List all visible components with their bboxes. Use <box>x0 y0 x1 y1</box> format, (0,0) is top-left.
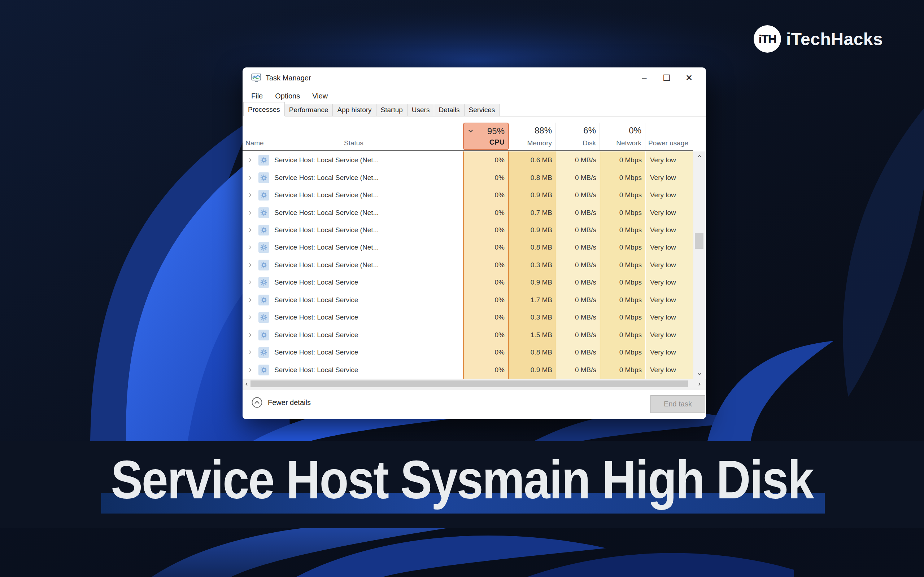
end-task-button[interactable]: End task <box>650 395 705 413</box>
column-header-name[interactable]: Name <box>242 122 341 150</box>
power-usage-cell: Very low <box>645 221 693 239</box>
network-cell: 0 Mbps <box>600 169 645 186</box>
table-row[interactable]: Service Host: Local Service (Net... 0% 0… <box>242 239 693 256</box>
expand-chevron-icon[interactable] <box>247 349 254 356</box>
status-cell <box>341 256 463 274</box>
scroll-up-icon[interactable] <box>693 152 705 160</box>
close-button[interactable]: ✕ <box>678 70 700 86</box>
table-row[interactable]: Service Host: Local Service 0% 0.9 MB 0 … <box>242 361 693 378</box>
task-manager-icon <box>251 73 261 82</box>
menu-file[interactable]: File <box>250 91 264 101</box>
status-cell <box>341 152 463 169</box>
expand-chevron-icon[interactable] <box>247 262 254 268</box>
cpu-cell: 0% <box>463 361 509 378</box>
expand-chevron-icon[interactable] <box>247 297 254 303</box>
table-row[interactable]: Service Host: Local Service (Net... 0% 0… <box>242 187 693 204</box>
column-header-cpu[interactable]: 95% CPU <box>463 122 509 150</box>
memory-cell: 1.5 MB <box>509 326 556 344</box>
site-logo-monogram: iTH <box>759 32 776 46</box>
service-gear-icon <box>258 190 269 200</box>
table-row[interactable]: Service Host: Local Service 0% 0.9 MB 0 … <box>242 274 693 291</box>
expand-chevron-icon[interactable] <box>247 367 254 373</box>
status-cell <box>341 309 463 326</box>
vertical-scrollbar[interactable] <box>693 152 705 379</box>
scroll-right-icon[interactable] <box>696 379 703 389</box>
status-cell <box>341 274 463 291</box>
expand-chevron-icon[interactable] <box>247 279 254 285</box>
service-gear-icon <box>258 347 269 358</box>
status-cell <box>341 187 463 204</box>
fewer-details-button[interactable]: Fewer details <box>251 397 311 408</box>
expand-chevron-icon[interactable] <box>247 157 254 163</box>
cpu-cell: 0% <box>463 204 509 221</box>
site-logo-badge: iTH <box>754 25 781 53</box>
table-row[interactable]: Service Host: Local Service (Net... 0% 0… <box>242 152 693 169</box>
network-cell: 0 Mbps <box>600 309 645 326</box>
status-cell <box>341 239 463 256</box>
expand-chevron-icon[interactable] <box>247 227 254 233</box>
status-cell <box>341 292 463 309</box>
service-gear-icon <box>258 330 269 340</box>
menu-view[interactable]: View <box>311 91 329 101</box>
tab-app-history[interactable]: App history <box>333 104 376 116</box>
horizontal-scrollbar[interactable] <box>242 379 706 389</box>
memory-cell: 0.9 MB <box>509 187 556 204</box>
column-header-power-usage[interactable]: Power usage <box>645 122 693 150</box>
service-gear-icon <box>258 172 269 183</box>
memory-cell: 0.3 MB <box>509 256 556 274</box>
desktop: iTH iTechHacks Task Manager – ☐ ✕ File O… <box>0 0 924 577</box>
table-row[interactable]: Service Host: Local Service 0% 0.3 MB 0 … <box>242 309 693 326</box>
expand-chevron-icon[interactable] <box>247 210 254 216</box>
task-manager-window: Task Manager – ☐ ✕ File Options View Pro… <box>242 68 706 419</box>
tab-details[interactable]: Details <box>434 104 464 116</box>
table-row[interactable]: Service Host: Local Service (Net... 0% 0… <box>242 256 693 274</box>
status-cell <box>341 221 463 239</box>
column-header-memory[interactable]: 88% Memory <box>509 122 556 150</box>
menu-options[interactable]: Options <box>274 91 301 101</box>
disk-cell: 0 MB/s <box>556 361 600 378</box>
fewer-details-label: Fewer details <box>268 398 311 407</box>
network-total-percent: 0% <box>629 126 641 135</box>
expand-chevron-icon[interactable] <box>247 244 254 251</box>
expand-chevron-icon[interactable] <box>247 192 254 198</box>
disk-cell: 0 MB/s <box>556 326 600 344</box>
expand-chevron-icon[interactable] <box>247 332 254 338</box>
disk-cell: 0 MB/s <box>556 274 600 291</box>
column-header-status[interactable]: Status <box>341 122 464 150</box>
network-cell: 0 Mbps <box>600 204 645 221</box>
cpu-cell: 0% <box>463 239 509 256</box>
scroll-down-icon[interactable] <box>693 370 705 378</box>
tab-processes[interactable]: Processes <box>243 102 285 116</box>
tab-users[interactable]: Users <box>407 104 435 116</box>
table-row[interactable]: Service Host: Local Service 0% 1.5 MB 0 … <box>242 326 693 344</box>
disk-cell: 0 MB/s <box>556 169 600 186</box>
expand-chevron-icon[interactable] <box>247 314 254 321</box>
disk-cell: 0 MB/s <box>556 187 600 204</box>
column-header-disk[interactable]: 6% Disk <box>556 122 600 150</box>
table-row[interactable]: Service Host: Local Service (Net... 0% 0… <box>242 169 693 186</box>
table-row[interactable]: Service Host: Local Service 0% 1.7 MB 0 … <box>242 292 693 309</box>
column-header-row: Name Status 95% CPU 88% Memory 6% Disk <box>242 122 693 151</box>
table-row[interactable]: Service Host: Local Service 0% 0.8 MB 0 … <box>242 344 693 361</box>
disk-cell: 0 MB/s <box>556 309 600 326</box>
table-row[interactable]: Service Host: Local Service (Net... 0% 0… <box>242 204 693 221</box>
tab-services[interactable]: Services <box>464 104 500 116</box>
horizontal-scroll-thumb[interactable] <box>250 380 688 387</box>
vertical-scroll-thumb[interactable] <box>695 233 703 249</box>
power-usage-cell: Very low <box>645 361 693 378</box>
scroll-left-icon[interactable] <box>242 379 250 389</box>
column-header-network[interactable]: 0% Network <box>600 122 645 150</box>
tab-startup[interactable]: Startup <box>376 104 407 116</box>
expand-chevron-icon[interactable] <box>247 174 254 181</box>
table-row[interactable]: Service Host: Local Service (Net... 0% 0… <box>242 221 693 239</box>
service-gear-icon <box>258 312 269 323</box>
tab-performance[interactable]: Performance <box>284 104 333 116</box>
footer-bar: Fewer details End task <box>242 389 706 419</box>
page-title: Service Host Sysmain High Disk <box>56 451 869 508</box>
service-gear-icon <box>258 242 269 253</box>
minimize-button[interactable]: – <box>633 70 656 86</box>
maximize-button[interactable]: ☐ <box>656 70 678 86</box>
title-bar[interactable]: Task Manager – ☐ ✕ <box>242 68 706 89</box>
tab-bar: Processes Performance App history Startu… <box>243 103 706 116</box>
network-cell: 0 Mbps <box>600 152 645 169</box>
